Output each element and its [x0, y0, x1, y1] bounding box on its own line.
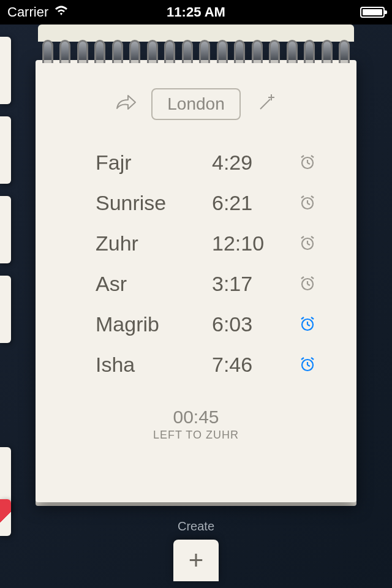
bottom-panel: Create +: [0, 514, 392, 588]
svg-line-16: [301, 236, 304, 238]
svg-line-5: [307, 163, 310, 164]
notepad-spiral: [36, 38, 356, 65]
prayer-row: Zuhr12:10: [96, 223, 332, 263]
statusbar-time: 11:25 AM: [167, 4, 225, 20]
svg-line-7: [311, 156, 314, 157]
svg-line-15: [307, 244, 310, 245]
prayer-time: 12:10: [212, 232, 285, 255]
svg-line-6: [301, 156, 304, 157]
svg-line-30: [307, 365, 310, 366]
create-label: Create: [0, 519, 392, 533]
prayer-time: 6:03: [212, 312, 285, 336]
prayer-time: 3:17: [212, 272, 285, 296]
battery-icon: [360, 7, 385, 18]
prayer-list: Fajr4:29Sunrise6:21Zuhr12:10Asr3:17Magri…: [60, 142, 332, 385]
peek-card[interactable]: [0, 196, 11, 263]
alarm-toggle[interactable]: [296, 192, 318, 214]
svg-line-10: [307, 203, 310, 205]
peek-card[interactable]: [0, 276, 11, 343]
svg-line-21: [301, 277, 304, 279]
prayer-name: Magrib: [96, 312, 212, 336]
prayer-name: Asr: [96, 272, 212, 296]
status-bar: Carrier 11:25 AM: [0, 0, 392, 24]
prayer-time: 6:21: [212, 191, 285, 215]
svg-line-22: [311, 277, 314, 279]
prayer-time: 4:29: [212, 151, 285, 175]
countdown: 00:45 LEFT TO ZUHR: [60, 407, 332, 442]
prayer-name: Sunrise: [96, 191, 212, 215]
prayer-row: Isha7:46: [96, 344, 332, 385]
wifi-icon: [53, 4, 69, 20]
plus-icon: +: [189, 546, 204, 575]
create-button[interactable]: +: [173, 540, 219, 581]
prayer-row: Asr3:17: [96, 263, 332, 304]
prayer-row: Fajr4:29: [96, 142, 332, 183]
svg-line-20: [307, 284, 310, 285]
countdown-label: LEFT TO ZUHR: [60, 429, 332, 442]
countdown-time: 00:45: [60, 407, 332, 428]
svg-line-26: [301, 317, 304, 319]
svg-line-17: [311, 236, 314, 238]
svg-line-11: [301, 196, 304, 198]
notepad: London Fajr4:29Sunrise6:21Zuhr12:10Asr3:…: [36, 24, 356, 502]
alarm-toggle[interactable]: [296, 232, 318, 254]
alarm-toggle[interactable]: [296, 313, 318, 335]
alarm-toggle[interactable]: [296, 273, 318, 295]
qibla-icon[interactable]: [255, 92, 277, 116]
svg-line-31: [301, 358, 304, 360]
alarm-toggle[interactable]: [296, 151, 318, 173]
prayer-row: Magrib6:03: [96, 304, 332, 344]
peek-card[interactable]: [0, 37, 11, 104]
alarm-toggle[interactable]: [296, 353, 318, 375]
carrier-label: Carrier: [7, 4, 48, 20]
svg-line-25: [307, 325, 310, 326]
peek-card[interactable]: [0, 116, 11, 184]
prayer-time: 7:46: [212, 353, 285, 377]
notepad-page: London Fajr4:29Sunrise6:21Zuhr12:10Asr3:…: [36, 60, 356, 502]
prayer-name: Isha: [96, 353, 212, 377]
svg-line-0: [260, 99, 270, 109]
location-button[interactable]: London: [151, 88, 240, 120]
prayer-name: Zuhr: [96, 232, 212, 255]
svg-line-32: [311, 358, 314, 360]
prayer-name: Fajr: [96, 151, 212, 175]
share-icon[interactable]: [115, 94, 137, 115]
svg-line-12: [311, 196, 314, 198]
prayer-row: Sunrise6:21: [96, 183, 332, 223]
svg-line-27: [311, 317, 314, 319]
